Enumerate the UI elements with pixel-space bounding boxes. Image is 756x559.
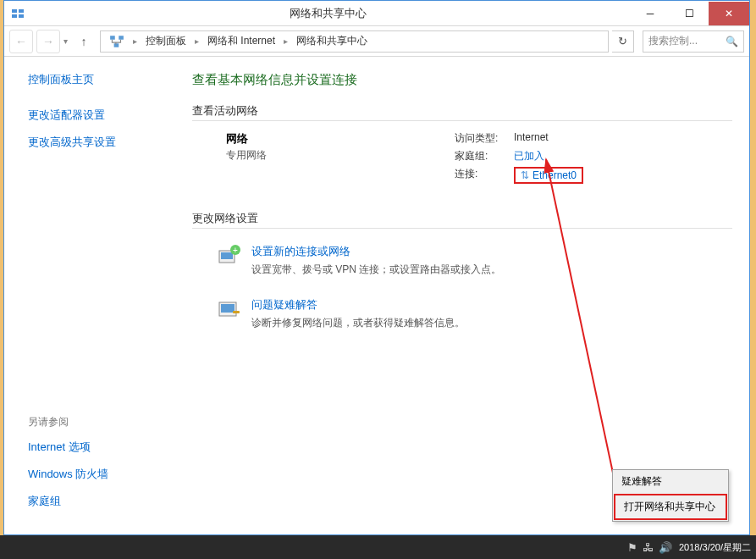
seealso-internet-options[interactable]: Internet 选项: [28, 440, 175, 455]
homegroup-label: 家庭组:: [455, 149, 514, 163]
content-area: 查看基本网络信息并设置连接 查看活动网络 网络 专用网络 访问类型: Inter…: [182, 57, 749, 534]
search-placeholder: 搜索控制...: [648, 34, 698, 48]
svg-text:+: +: [233, 246, 238, 255]
ethernet-icon: ⇅: [521, 169, 529, 181]
svg-rect-5: [119, 36, 124, 40]
task-title[interactable]: 设置新的连接或网络: [251, 244, 501, 259]
seealso-homegroup[interactable]: 家庭组: [28, 494, 175, 509]
homegroup-link[interactable]: 已加入: [514, 149, 544, 163]
task-troubleshoot[interactable]: 问题疑难解答 诊断并修复网络问题，或者获得疑难解答信息。: [192, 292, 732, 346]
task-desc: 诊断并修复网络问题，或者获得疑难解答信息。: [251, 316, 465, 330]
svg-rect-8: [221, 252, 233, 259]
connection-highlight: ⇅ Ethernet0: [514, 167, 583, 184]
control-panel-window: 网络和共享中心 ─ ☐ ✕ ← → ▾ ↑ ▸ 控制面板 ▸ 网络和 Inter…: [3, 0, 750, 535]
minimize-button[interactable]: ─: [631, 2, 670, 25]
active-network-section-title: 查看活动网络: [192, 103, 732, 121]
chevron-right-icon: ▸: [280, 36, 291, 46]
breadcrumb-item[interactable]: 网络和共享中心: [293, 32, 371, 50]
access-type-value: Internet: [514, 131, 549, 146]
window-icon: [11, 7, 25, 20]
taskbar-datetime[interactable]: 2018/3/20/星期二: [679, 542, 751, 552]
seealso-firewall[interactable]: Windows 防火墙: [28, 467, 175, 482]
search-input[interactable]: 搜索控制... 🔍: [643, 30, 744, 53]
svg-rect-13: [233, 311, 240, 313]
search-icon: 🔍: [726, 36, 738, 47]
sidebar-link-adapter[interactable]: 更改适配器设置: [28, 108, 175, 123]
breadcrumb-item[interactable]: 控制面板: [142, 32, 190, 50]
network-type: 专用网络: [226, 148, 455, 163]
breadcrumb[interactable]: ▸ 控制面板 ▸ 网络和 Internet ▸ 网络和共享中心: [100, 30, 609, 53]
setup-connection-icon: +: [218, 244, 241, 268]
svg-rect-4: [110, 36, 115, 40]
svg-rect-1: [19, 9, 24, 13]
refresh-button[interactable]: ↻: [612, 30, 634, 53]
taskbar-date: 2018/3/20/星期二: [679, 542, 751, 552]
back-button[interactable]: ←: [9, 30, 33, 53]
svg-rect-2: [12, 14, 17, 18]
network-name: 网络: [226, 131, 455, 147]
menu-open-sharing-center[interactable]: 打开网络和共享中心: [614, 494, 727, 520]
svg-rect-12: [221, 304, 235, 313]
page-heading: 查看基本网络信息并设置连接: [192, 72, 732, 88]
chevron-right-icon: ▸: [191, 36, 202, 46]
active-network-panel: 网络 专用网络 访问类型: Internet 家庭组: 已加入 连接:: [192, 131, 732, 187]
close-button[interactable]: ✕: [709, 2, 749, 25]
tray-flag-icon[interactable]: ⚑: [627, 541, 637, 554]
tray-icons: ⚑ 🖧 🔊: [627, 541, 672, 554]
svg-rect-0: [12, 9, 17, 13]
menu-troubleshoot[interactable]: 疑难解答: [613, 470, 728, 493]
history-dropdown-icon[interactable]: ▾: [63, 36, 68, 46]
task-desc: 设置宽带、拨号或 VPN 连接；或设置路由器或接入点。: [251, 263, 501, 277]
tray-context-menu: 疑难解答 打开网络和共享中心: [612, 469, 729, 522]
troubleshoot-icon: [218, 297, 241, 321]
change-settings-section-title: 更改网络设置: [192, 211, 732, 229]
forward-button[interactable]: →: [36, 30, 60, 53]
tray-volume-icon[interactable]: 🔊: [659, 541, 672, 554]
chevron-right-icon: ▸: [130, 36, 141, 46]
network-icon: [109, 34, 124, 49]
sidebar-home-link[interactable]: 控制面板主页: [28, 72, 175, 87]
sidebar-link-sharing[interactable]: 更改高级共享设置: [28, 135, 175, 150]
tray-network-icon[interactable]: 🖧: [643, 541, 654, 554]
task-setup-connection[interactable]: + 设置新的连接或网络 设置宽带、拨号或 VPN 连接；或设置路由器或接入点。: [192, 239, 732, 292]
breadcrumb-item[interactable]: 网络和 Internet: [204, 32, 279, 50]
connection-link[interactable]: Ethernet0: [533, 169, 577, 181]
up-button[interactable]: ↑: [74, 32, 93, 51]
window-title: 网络和共享中心: [25, 6, 631, 21]
titlebar: 网络和共享中心 ─ ☐ ✕: [4, 1, 749, 26]
maximize-button[interactable]: ☐: [670, 2, 709, 25]
task-title[interactable]: 问题疑难解答: [251, 297, 465, 313]
svg-rect-3: [19, 14, 24, 18]
see-also-section: 另请参阅 Internet 选项 Windows 防火墙 家庭组: [28, 415, 175, 521]
see-also-title: 另请参阅: [28, 415, 175, 429]
navbar: ← → ▾ ↑ ▸ 控制面板 ▸ 网络和 Internet ▸ 网络和共享中心 …: [4, 26, 749, 57]
connection-label: 连接:: [455, 167, 514, 184]
access-type-label: 访问类型:: [455, 131, 514, 146]
taskbar: ⚑ 🖧 🔊 2018/3/20/星期二: [0, 535, 756, 559]
sidebar: 控制面板主页 更改适配器设置 更改高级共享设置 另请参阅 Internet 选项…: [4, 57, 182, 534]
